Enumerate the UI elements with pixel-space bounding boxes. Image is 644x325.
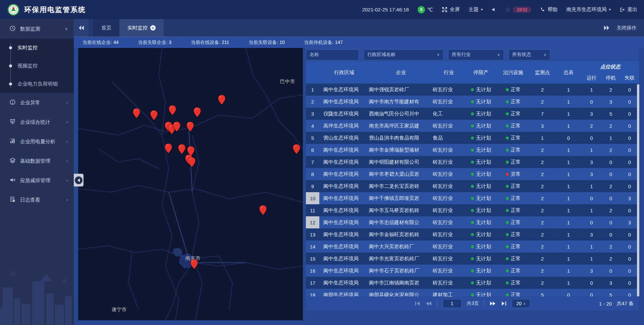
sidebar-skyline-decoration [0, 261, 74, 325]
first-page-button[interactable] [415, 301, 420, 306]
map-pin[interactable] [133, 108, 140, 119]
tab-首页[interactable]: 首页 [93, 19, 119, 37]
status-select[interactable]: 所有状态 ∨ [508, 49, 550, 60]
cell-company: 阆中明阳建材有限公司 [369, 156, 433, 168]
city-label-巴中市: 巴中市 [280, 78, 295, 85]
cell-industry: 砖瓦行业 [433, 228, 465, 240]
page-size-select[interactable]: 20 ∨ [512, 299, 530, 308]
close-operations-button[interactable]: 关闭操作 [616, 25, 637, 31]
map-pin[interactable] [169, 105, 176, 116]
stat-value: 44 [113, 40, 119, 45]
table-row[interactable]: 5营山生态环境局营山县润丰肉食品有限食品无计划正常10010 [306, 132, 639, 144]
org-dropdown[interactable]: 南充市生态环境局▾ [566, 6, 611, 13]
sidebar-item-4[interactable]: 企业用电量分析‹ [0, 132, 74, 151]
cell-facility-status: 正常 [497, 253, 529, 265]
sidebar-subitem-企业电力负荷明细[interactable]: 企业电力负荷明细 [0, 75, 74, 93]
prev-page-button[interactable] [426, 301, 432, 306]
cell-running: 3 [582, 108, 601, 120]
map-pin[interactable] [178, 144, 185, 155]
notifications[interactable]: 2632 [505, 7, 531, 13]
map-pin[interactable] [189, 157, 196, 168]
sidebar-item-7[interactable]: 日志查看‹ [0, 190, 74, 210]
tab-实时监控[interactable]: 实时监控✕ [119, 19, 164, 37]
logout-button[interactable]: 退出 [620, 6, 637, 13]
alert-icon [9, 99, 16, 106]
fullscreen-button[interactable]: 全屏 [442, 6, 460, 13]
table-row[interactable]: 13阆中生态环境局阆中市金福旺页岩机砖砖瓦行业无计划正常21300 [306, 228, 639, 240]
table-row[interactable]: 16阆中生态环境局阆中市石子页岩机砖厂砖瓦行业无计划正常21300 [306, 265, 639, 277]
theme-dropdown[interactable]: 主题▾ [469, 6, 483, 13]
map-pin[interactable] [218, 95, 225, 106]
tabs-scroll-left-button[interactable] [74, 19, 89, 37]
table-row[interactable]: 1阆中生态环境局阆中强锐页岩砖厂砖瓦行业无计划正常21120 [306, 84, 639, 96]
table-row[interactable]: 4高坪生态环境局南充市高坪区王家店建砖瓦行业无计划正常31220 [306, 120, 639, 132]
cell-limit-status: 无计划 [465, 216, 497, 228]
sidebar-item-3[interactable]: 企业综合统计‹ [0, 112, 74, 132]
sidebar-item-2[interactable]: 企业异常‹ [0, 93, 74, 112]
sidebar-item-5[interactable]: 基础数据管理‹ [0, 151, 74, 171]
table-row[interactable]: 6阆中生态环境局阆中市金博瑞新型墙材砖瓦行业无计划正常21120 [306, 144, 639, 156]
map-panel[interactable]: 巴中市南充市遂宁市 [78, 48, 303, 320]
name-search-input[interactable]: 名称 [306, 49, 359, 60]
sidebar-item-1[interactable]: 数据监测∨ [0, 19, 74, 39]
map-pin[interactable] [293, 144, 300, 155]
table-row[interactable]: 9阆中生态环境局阆中市二龙长宝页岩砖砖瓦行业无计划正常21120 [306, 180, 639, 192]
sidebar-subitem-视频监控[interactable]: 视频监控 [0, 57, 74, 75]
table-row[interactable]: 3仪陇生态环境局西南油气田分公司川中化工无计划正常71350 [306, 108, 639, 120]
industry-select[interactable]: 所有行业 ∨ [448, 49, 504, 60]
cell-industry: 砖瓦行业 [433, 265, 465, 277]
table-row[interactable]: 8阆中生态环境局阆中市枣碧大梁山页岩砖瓦行业无计划异常21300 [306, 168, 639, 180]
table-row[interactable]: 2阆中生态环境局阆中市南方节能建材有砖瓦行业无计划正常21030 [306, 96, 639, 108]
cell-company: 阆中强锐页岩砖厂 [369, 84, 433, 96]
stat-value: 147 [335, 40, 343, 45]
facility-text: 正常 [511, 292, 521, 297]
table-scrollbar[interactable] [637, 84, 639, 296]
table-row[interactable]: 18南部生态环境局南部县砚化水泥有限公建材加工无计划正常50050 [306, 289, 639, 296]
cell-region: 阆中生态环境局 [319, 144, 369, 156]
status-dot-green [506, 269, 509, 272]
map-pin[interactable] [194, 107, 201, 118]
tab-close-icon[interactable]: ✕ [150, 25, 156, 31]
chevron-down-icon: ∨ [65, 26, 68, 31]
map-collapse-handle[interactable] [74, 174, 84, 186]
sidebar-subitem-实时监控[interactable]: 实时监控 [0, 39, 74, 57]
cell-region: 阆中生态环境局 [319, 156, 369, 168]
cell-industry: 砖瓦行业 [433, 216, 465, 228]
map-pin[interactable] [260, 205, 267, 216]
table-row[interactable]: 12阆中生态环境局阆中市忠信建材有限公砖瓦行业无计划正常21003 [306, 216, 639, 228]
cell-facility-status: 正常 [497, 277, 529, 289]
cell-index: 5 [306, 132, 319, 144]
cell-meters: 1 [555, 204, 582, 216]
map-pin[interactable] [191, 259, 198, 270]
map-pin[interactable] [187, 122, 194, 133]
notification-count-badge: 2632 [513, 7, 531, 13]
sidebar-item-label: 企业用电量分析 [20, 139, 55, 145]
help-button[interactable]: 帮助 [540, 6, 557, 13]
double-chevron-right-icon[interactable] [604, 25, 610, 31]
table-row[interactable]: 14阆中生态环境局阆中大兴页岩机砖厂砖瓦行业无计划正常21120 [306, 240, 639, 253]
table-row[interactable]: 10阆中生态环境局阆中千佛镇五郎垭页岩砖瓦行业无计划正常21003 [306, 192, 639, 204]
table-row[interactable]: 7阆中生态环境局阆中明阳建材有限公司砖瓦行业无计划正常21300 [306, 156, 639, 168]
region-select[interactable]: 行政区域名称 ∨ [364, 49, 443, 60]
app-logo [7, 4, 19, 16]
cell-industry: 食品 [433, 132, 465, 144]
page-title: 环保用电监管系统 [24, 5, 86, 14]
page-number-input[interactable]: 1 [443, 299, 462, 308]
map-pin[interactable] [165, 144, 172, 155]
status-dot-green [506, 281, 509, 284]
status-dot-green [506, 197, 509, 200]
layers-icon [9, 157, 16, 165]
cell-running: 1 [582, 180, 601, 192]
next-page-button[interactable] [490, 301, 496, 306]
cell-lost: 0 [620, 108, 639, 120]
sidebar-item-6[interactable]: 应急减排管理‹ [0, 171, 74, 190]
limit-text: 无计划 [476, 292, 491, 297]
map-pin[interactable] [151, 110, 158, 121]
last-page-button[interactable] [501, 301, 506, 306]
mute-button[interactable] [491, 7, 496, 12]
table-row[interactable]: 17阆中生态环境局阆中市江南镇阆南页岩砖瓦行业无计划正常21030 [306, 277, 639, 289]
cell-index: 2 [306, 96, 319, 108]
table-row[interactable]: 11阆中生态环境局阆中市五马桥页岩机砖砖瓦行业无计划正常21120 [306, 204, 639, 216]
map-pin[interactable] [173, 122, 180, 133]
table-row[interactable]: 15阆中生态环境局阆中市光富页岩机砖厂砖瓦行业无计划正常21120 [306, 253, 639, 265]
